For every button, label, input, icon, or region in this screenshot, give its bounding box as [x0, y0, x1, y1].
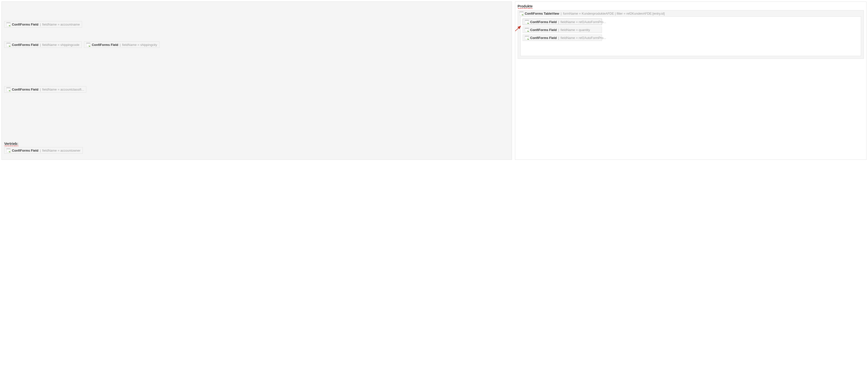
- macro-label: ConfiForms TableView: [525, 12, 559, 16]
- macro-params: fieldName = accountclassifi...: [42, 88, 84, 91]
- macro-confiforms-tableview[interactable]: ConfiForms TableView | formName = Kunden…: [518, 10, 864, 59]
- macro-icon: [6, 148, 10, 152]
- macro-icon: [525, 36, 529, 40]
- macro-confiforms-field-shippingcity[interactable]: ConfiForms Field | fieldName = shippingc…: [84, 41, 159, 48]
- macro-icon: [6, 87, 10, 91]
- macro-confiforms-field-quantity[interactable]: ConfiForms Field | fieldName = quantity: [523, 27, 602, 33]
- heading-vertrieb: Vertrieb:: [4, 142, 18, 146]
- separator: |: [558, 28, 559, 32]
- heading-technischer-betreuer: Technischer Betreuer:: [4, 159, 41, 160]
- macro-params: fieldName = ref2AutoFormPro...: [561, 36, 606, 40]
- separator: |: [561, 12, 561, 16]
- macro-icon: [519, 11, 523, 16]
- macro-icon: [525, 20, 529, 24]
- macro-params: fieldName = accountname: [42, 23, 80, 26]
- macro-icon: [6, 43, 10, 47]
- heading-produkte: Produkte: [518, 4, 533, 8]
- left-panel: ConfiForms Field | fieldName = accountna…: [1, 1, 512, 160]
- macro-params: fieldName = shippingcity: [122, 43, 157, 47]
- macro-label: ConfiForms Field: [530, 20, 557, 24]
- tableview-body[interactable]: ConfiForms Field | fieldName = ref2AutoF…: [520, 17, 861, 56]
- macro-label: ConfiForms Field: [530, 28, 557, 32]
- macro-label: ConfiForms Field: [12, 43, 38, 47]
- macro-confiforms-field-shippingcode[interactable]: ConfiForms Field | fieldName = shippingc…: [4, 41, 82, 48]
- macro-confiforms-field-ref2autoformpro-1[interactable]: ConfiForms Field | fieldName = ref2AutoF…: [523, 19, 602, 25]
- separator: |: [40, 88, 41, 91]
- macro-label: ConfiForms Field: [530, 36, 557, 40]
- macro-icon: [6, 22, 10, 26]
- macro-label: ConfiForms Field: [92, 43, 118, 47]
- macro-confiforms-field-ref2autoformpro-2[interactable]: ConfiForms Field | fieldName = ref2AutoF…: [523, 34, 602, 41]
- macro-confiforms-field-accountclassification[interactable]: ConfiForms Field | fieldName = accountcl…: [4, 86, 86, 92]
- macro-params: fieldName = accountowner: [42, 149, 80, 152]
- right-panel: Produkte ConfiForms TableView | formName…: [515, 1, 867, 160]
- macro-confiforms-field-accountowner[interactable]: ConfiForms Field | fieldName = accountow…: [4, 147, 83, 153]
- macro-params: fieldName = shippingcode: [42, 43, 79, 47]
- separator: |: [40, 149, 41, 152]
- separator: |: [558, 36, 559, 40]
- separator: |: [40, 23, 41, 26]
- macro-label: ConfiForms Field: [12, 88, 38, 91]
- separator: |: [40, 43, 41, 47]
- macro-label: ConfiForms Field: [12, 23, 38, 26]
- macro-params: fieldName = quantity: [561, 28, 590, 32]
- macro-icon: [525, 28, 529, 32]
- macro-confiforms-field-accountname[interactable]: ConfiForms Field | fieldName = accountna…: [4, 21, 82, 28]
- macro-params: formName = KundenprodukteAFDE | filter =…: [563, 12, 665, 16]
- separator: |: [558, 20, 559, 24]
- separator: |: [120, 43, 121, 47]
- macro-label: ConfiForms Field: [12, 149, 38, 152]
- macro-params: fieldName = ref2AutoFormPro...: [561, 20, 606, 24]
- macro-icon: [86, 43, 90, 47]
